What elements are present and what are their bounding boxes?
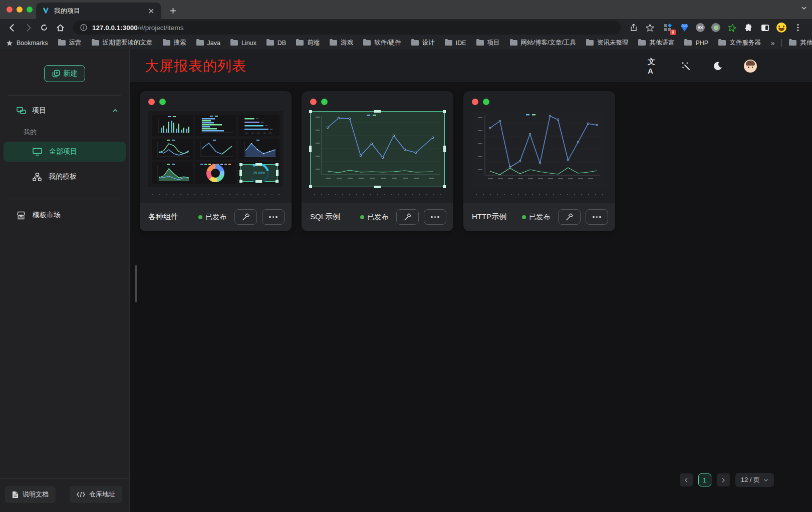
extension-grid-icon[interactable]: 9 [663,23,673,33]
bookmark-folder[interactable]: Linux [230,40,256,47]
bookmarks-folders: 运营近期需要读的文章搜索JavaLinuxDB前端游戏软件/硬件设计IDE项目网… [58,39,761,47]
page-number-button[interactable]: 1 [698,473,711,486]
card-title: HTTP示例 [472,212,517,222]
new-project-button[interactable]: 新建 [44,65,85,82]
bookmark-folder[interactable]: 资讯未整理 [586,39,629,47]
docs-button[interactable]: 说明文档 [5,486,56,503]
site-info-icon[interactable] [80,24,87,31]
back-icon[interactable] [5,21,19,35]
project-icon [17,107,26,115]
bookmark-folder-label: PHP [695,40,708,47]
tab-close-icon[interactable] [147,7,155,15]
edit-button[interactable] [558,209,581,225]
bookmark-folder[interactable]: 设计 [411,39,435,47]
project-thumbnail[interactable] [310,111,445,187]
status-dot [198,215,202,219]
card-decoration-dots [302,91,453,111]
scrollbar-thumb[interactable] [135,265,137,302]
bookmarks-root[interactable]: Bookmarks [6,40,48,47]
more-button[interactable] [424,209,446,225]
card-footer: SQL示例 已发布 [302,203,453,231]
hammer-icon [403,213,412,221]
bookmark-star-icon[interactable] [643,21,657,35]
bookmark-folder[interactable]: 软件/硬件 [363,39,401,47]
window-zoom-button[interactable] [27,7,33,13]
browser-menu-icon[interactable] [793,23,803,33]
green-dot [483,99,489,105]
edit-button[interactable] [396,209,419,225]
sidebar-section-project[interactable]: 项目 [0,100,129,122]
language-icon[interactable]: 文A [648,60,660,72]
page-size-select[interactable]: 12 / 页 [735,473,774,487]
extension-command-icon[interactable] [696,23,705,32]
sidebar-item-all-projects[interactable]: 全部项目 [4,142,126,162]
side-panel-icon[interactable] [760,23,770,33]
new-tab-button[interactable] [167,5,178,16]
bookmark-folder[interactable]: 其他语言 [638,39,674,47]
address-bar[interactable]: 127.0.0.1:3000/#/project/items [73,21,621,35]
bookmark-folder[interactable]: 前端 [296,39,320,47]
more-button[interactable] [586,209,608,225]
profile-avatar-icon[interactable] [776,23,786,33]
mini-area-chart-green [152,162,193,184]
project-card[interactable]: SQL示例 已发布 [302,91,453,231]
repo-button[interactable]: 仓库地址 [70,486,122,503]
bookmark-folder[interactable]: Java [196,40,220,47]
url-host: 127.0.0.1:3000 [92,24,138,32]
green-dot [159,99,166,105]
forward-icon[interactable] [21,21,35,35]
card-title: SQL示例 [310,212,355,222]
bookmark-folder[interactable]: 网站/博客/文章/工具 [510,39,576,47]
window-close-button[interactable] [7,7,13,13]
card-decoration-dots [140,91,292,111]
bookmarks-bar: Bookmarks 运营近期需要读的文章搜索JavaLinuxDB前端游戏软件/… [0,36,812,50]
bookmark-folder[interactable]: 搜索 [163,39,186,47]
extension-star-icon[interactable] [727,23,737,33]
extension-record-icon[interactable] [711,23,720,32]
bookmark-folder-label: Java [207,40,220,47]
bookmark-folder-label: 文件服务器 [729,39,761,47]
bookmark-folder[interactable]: DB [266,40,286,47]
magic-wand-icon[interactable] [680,60,692,72]
extensions-puzzle-icon[interactable] [743,23,753,33]
bookmarks-overflow-chevron[interactable]: » [771,39,775,47]
project-card[interactable]: HTTP示例 已发布 [463,91,615,231]
bookmark-folder[interactable]: PHP [684,40,708,47]
project-thumbnail[interactable] [472,111,607,187]
page-header: 大屏报表的列表 文A [130,50,812,82]
tab-search-chevron-icon[interactable] [801,6,807,10]
pagination: 1 12 / 页 [680,473,774,487]
browser-tab[interactable]: 我的项目 [36,3,161,19]
bookmark-folder-label: 网站/博客/文章/工具 [521,39,576,47]
share-icon[interactable] [627,21,641,35]
other-bookmarks[interactable]: 其他书签 [789,39,812,47]
dark-mode-moon-icon[interactable] [712,60,724,72]
bookmark-folder[interactable]: 游戏 [330,39,353,47]
bookmark-folder[interactable]: 项目 [476,39,500,47]
folder-icon [163,40,170,46]
chevron-up-icon[interactable] [112,109,118,113]
edit-button[interactable] [234,209,257,225]
extension-gem-icon[interactable] [679,23,689,33]
sidebar-item-my-templates[interactable]: 我的模板 [4,167,126,187]
sidebar-item-template-market[interactable]: 模板市场 [4,205,126,225]
user-avatar[interactable] [744,60,757,73]
bookmark-folder[interactable]: 文件服务器 [718,39,761,47]
window-minimize-button[interactable] [17,7,23,13]
bookmark-folder[interactable]: 近期需要读的文章 [92,39,153,47]
bookmark-folder-label: DB [278,40,286,47]
next-page-button[interactable] [717,473,730,486]
project-card[interactable]: 25.00% 各种组件 已发布 [140,91,292,231]
reload-icon[interactable] [37,21,51,35]
bookmark-folder[interactable]: IDE [445,40,466,47]
mini-double-line-chart [152,139,193,160]
url-text: 127.0.0.1:3000/#/project/items [92,24,183,32]
sidebar-project-label: 项目 [32,106,46,115]
bookmark-folder[interactable]: 运营 [58,39,82,47]
project-thumbnail[interactable]: 25.00% [148,111,283,187]
prev-page-button[interactable] [680,473,693,486]
more-button[interactable] [262,209,285,225]
sidebar-divider [0,478,129,479]
status-dot [360,215,364,219]
home-icon[interactable] [53,21,67,35]
